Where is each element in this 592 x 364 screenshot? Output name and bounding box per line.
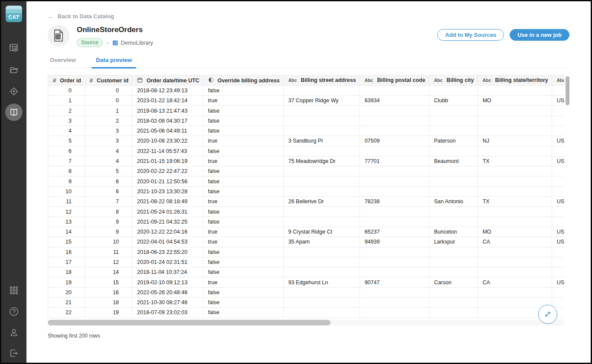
- table-cell: TX: [478, 197, 552, 207]
- table-cell: [478, 116, 552, 126]
- table-row: 18142018-11-04 10:37:24false: [48, 267, 564, 277]
- table-cell: [283, 176, 360, 186]
- back-link[interactable]: ← Back to Data Catalog: [48, 13, 114, 20]
- table-cell: [478, 126, 552, 136]
- table-cell: US: [552, 237, 564, 247]
- table-cell: MO: [478, 96, 552, 106]
- table-cell: [552, 287, 564, 297]
- table-cell: [360, 267, 429, 277]
- table-cell: 19: [48, 277, 85, 287]
- table-cell: [552, 146, 564, 156]
- library-name: DemoLibrary: [121, 39, 153, 46]
- expand-table-button[interactable]: [538, 305, 557, 324]
- table-cell: 0: [85, 96, 132, 106]
- table-row: 22192018-07-09 23:02:03false: [48, 308, 564, 318]
- table-jobs-icon: [9, 42, 19, 53]
- table-cell: [360, 257, 429, 267]
- column-header-label: Override billing address: [218, 78, 280, 84]
- table-cell: [478, 176, 552, 186]
- table-cell: [360, 176, 429, 186]
- table-cell: [429, 217, 478, 227]
- library-icon: [112, 40, 118, 46]
- table-cell: false: [203, 217, 283, 227]
- table-cell: [283, 186, 360, 196]
- table-cell: [552, 166, 564, 176]
- table-cell: [429, 106, 478, 116]
- table-cell: [429, 146, 478, 156]
- cat-logo[interactable]: CAT: [6, 6, 22, 22]
- table-cell: true: [203, 136, 283, 146]
- table-row: 1392021-09-21 04:32:25false: [48, 217, 564, 227]
- table-cell: 9: [85, 217, 132, 227]
- table-cell: 2018-02-08 04:30:17: [132, 116, 203, 126]
- table-cell: 4: [48, 126, 85, 136]
- sidebar-item-jobs[interactable]: [1, 42, 26, 53]
- tab-data-preview[interactable]: Data preview: [94, 57, 134, 68]
- table-cell: US: [552, 277, 564, 287]
- sidebar-item-apps[interactable]: [1, 285, 26, 296]
- sidebar-item-discover[interactable]: [1, 86, 26, 97]
- table-cell: 2023-01-22 18:42:14: [132, 96, 203, 106]
- table-cell: [283, 298, 360, 308]
- table-cell: 15: [85, 277, 132, 287]
- target-icon: [9, 86, 19, 97]
- table-cell: false: [203, 287, 283, 297]
- table-cell: [360, 85, 429, 95]
- table-row: 15102022-04-01 04:54:53true35 Apam94939L…: [48, 237, 564, 247]
- table-cell: 12: [85, 257, 132, 267]
- table-cell: 11: [48, 197, 85, 207]
- library-link[interactable]: DemoLibrary: [112, 39, 153, 46]
- table-cell: 2021-05-24 01:26:31: [132, 207, 203, 217]
- table-cell: [283, 217, 360, 227]
- abc-icon: Abc: [434, 78, 443, 83]
- table-cell: [478, 106, 552, 116]
- table-cell: [552, 186, 564, 196]
- table-row: 21182021-10-30 08:27:46false: [48, 298, 564, 308]
- horizontal-scrollbar-thumb[interactable]: [48, 320, 330, 325]
- back-arrow-icon: ←: [48, 13, 54, 20]
- sidebar-item-projects[interactable]: [1, 65, 26, 75]
- sidebar-item-account[interactable]: [1, 327, 26, 338]
- table-cell: [478, 287, 552, 297]
- table-cell: 2: [48, 106, 85, 116]
- vertical-scrollbar-thumb[interactable]: [566, 76, 569, 105]
- table-cell: [478, 247, 552, 257]
- active-item-highlight: [5, 104, 23, 121]
- table-row: 852020-02-22 22:47:22false: [48, 166, 564, 176]
- table-cell: [360, 287, 429, 297]
- table-cell: 2021-10-23 13:30:28: [132, 186, 203, 196]
- column-header: Override billing address: [203, 75, 283, 85]
- use-in-new-job-button[interactable]: Use in a new job: [510, 29, 569, 41]
- tab-bar: Overview Data preview: [48, 57, 569, 68]
- table-cell: [478, 85, 552, 95]
- table-cell: false: [203, 106, 283, 116]
- table-cell: [478, 186, 552, 196]
- page-header: OnlineStoreOrders Source DemoLibrary: [48, 25, 569, 47]
- table-clip: #Order id#Customer idOrder date/time UTC…: [48, 75, 564, 318]
- table-cell: [552, 247, 564, 257]
- table-cell: 9: [85, 227, 132, 237]
- table-cell: 2022-11-14 05:57:43: [132, 146, 203, 156]
- table-cell: 10: [85, 237, 132, 247]
- table-cell: [283, 308, 360, 318]
- sidebar-item-logout[interactable]: [1, 348, 26, 358]
- table-cell: 5: [85, 166, 132, 176]
- table-cell: [283, 207, 360, 217]
- table-cell: [478, 257, 552, 267]
- sidebar-item-help[interactable]: [1, 306, 26, 317]
- table-cell: CA: [478, 237, 552, 247]
- table-cell: 0: [48, 85, 85, 95]
- sidebar-item-data-catalog[interactable]: [1, 104, 26, 121]
- tab-overview[interactable]: Overview: [48, 57, 78, 68]
- add-to-my-sources-button[interactable]: Add to My Sources: [437, 29, 504, 41]
- column-header-label: Billing postal code: [377, 77, 425, 83]
- table-row: 16112018-06-23 22:55:20false: [48, 247, 564, 257]
- table-cell: [429, 85, 478, 95]
- column-header: AbcBilling state/territory: [478, 75, 552, 85]
- table-cell: 13: [48, 217, 85, 227]
- table-cell: 0: [85, 85, 132, 95]
- table-cell: [429, 257, 478, 267]
- horizontal-scrollbar-track[interactable]: [48, 320, 564, 325]
- table-cell: [552, 298, 564, 308]
- table-cell: 2021-10-30 08:27:46: [132, 298, 203, 308]
